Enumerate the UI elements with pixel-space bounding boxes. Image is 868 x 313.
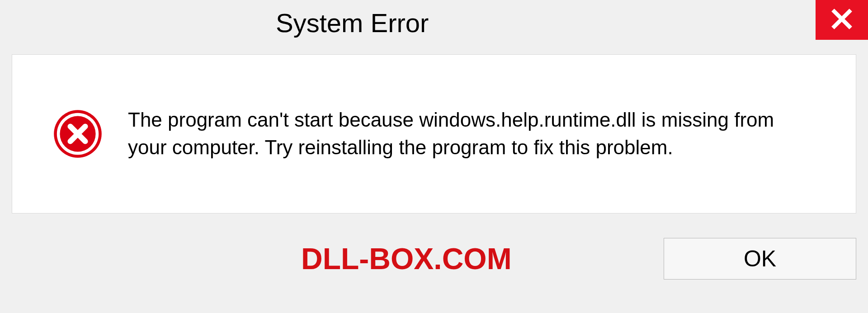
error-message: The program can't start because windows.… <box>128 106 811 161</box>
error-icon <box>53 109 103 159</box>
title-bar: System Error <box>0 0 868 45</box>
close-icon <box>830 8 853 32</box>
branding-text: DLL-BOX.COM <box>301 242 512 276</box>
message-panel: The program can't start because windows.… <box>12 54 856 213</box>
dialog-footer: DLL-BOX.COM OK <box>12 213 856 304</box>
window-title: System Error <box>276 8 429 38</box>
close-button[interactable] <box>816 0 868 40</box>
ok-button[interactable]: OK <box>664 238 856 280</box>
